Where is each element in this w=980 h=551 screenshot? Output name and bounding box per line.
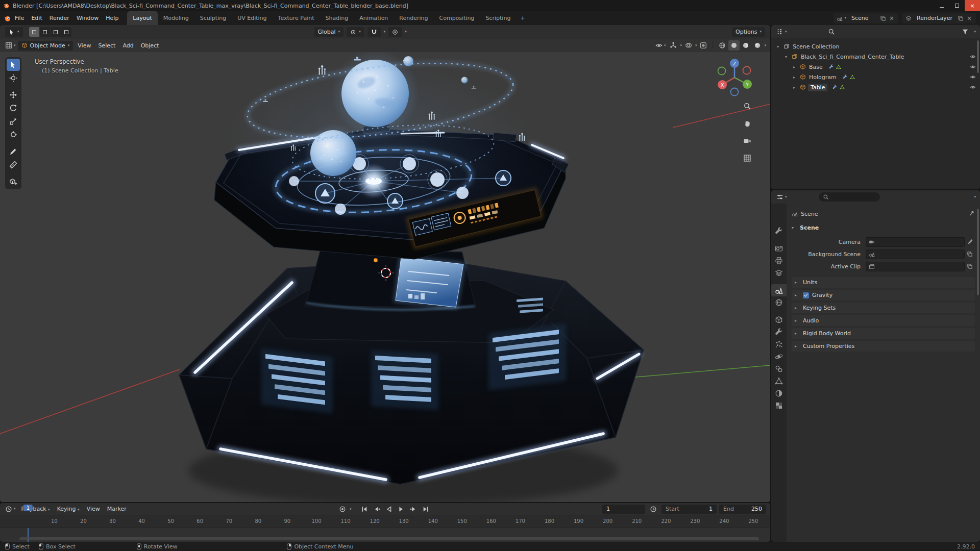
viewport-tool-button[interactable] bbox=[7, 176, 20, 188]
collapsed-panel[interactable]: ▸ Custom Properties bbox=[792, 341, 975, 352]
proportional-dropdown[interactable]: ▾ bbox=[405, 30, 407, 34]
properties-tab[interactable] bbox=[771, 375, 787, 387]
new-datablock-button[interactable] bbox=[965, 251, 975, 257]
shading-mode-button[interactable] bbox=[740, 40, 751, 51]
frame-end-field[interactable]: End250 bbox=[719, 505, 766, 514]
outliner-filter-button[interactable] bbox=[960, 27, 971, 37]
transport-button[interactable] bbox=[359, 504, 370, 514]
snap-toggle[interactable] bbox=[368, 27, 381, 37]
outliner-editor-type-button[interactable]: ▾ bbox=[775, 27, 788, 37]
axis-neg-x[interactable] bbox=[743, 67, 751, 74]
keying-dropdown[interactable]: ▾ bbox=[350, 508, 352, 511]
mode-dropdown[interactable]: Object Mode▾ bbox=[18, 41, 74, 51]
object-visibility-dropdown[interactable]: ▾ bbox=[654, 40, 667, 51]
axis-neg-z[interactable] bbox=[731, 88, 739, 96]
property-value-field[interactable] bbox=[866, 262, 965, 271]
auto-keying-toggle[interactable] bbox=[337, 504, 348, 514]
outliner-filter-dropdown[interactable]: ▾ bbox=[974, 30, 976, 34]
eyedropper-icon[interactable] bbox=[965, 239, 975, 245]
viewport-3d[interactable]: User Perspective (1) Scene Collection | … bbox=[0, 52, 770, 502]
properties-tab[interactable] bbox=[771, 338, 787, 350]
viewport-tool-button[interactable] bbox=[7, 159, 20, 171]
properties-tab[interactable] bbox=[771, 296, 787, 309]
properties-tab[interactable] bbox=[771, 255, 787, 267]
snap-dropdown[interactable]: ▾ bbox=[384, 30, 386, 34]
timeline-track[interactable] bbox=[0, 528, 770, 542]
expand-caret[interactable]: ▸ bbox=[791, 85, 798, 90]
shading-mode-button[interactable] bbox=[717, 40, 728, 51]
preview-range-toggle[interactable] bbox=[648, 504, 659, 514]
minimize-button[interactable] bbox=[934, 0, 949, 11]
timeline-menu-item[interactable]: Keying ▾ bbox=[54, 503, 83, 516]
viewport-tool-button[interactable] bbox=[7, 59, 20, 71]
outliner-item-label[interactable]: Table bbox=[808, 84, 827, 91]
gravity-checkbox[interactable] bbox=[803, 292, 809, 298]
timeline-scrollbar[interactable] bbox=[19, 537, 759, 540]
viewport-nav-button[interactable] bbox=[742, 153, 753, 163]
workspace-tab[interactable]: Texture Paint bbox=[273, 11, 320, 25]
viewport-menu-item[interactable]: Add bbox=[119, 39, 137, 53]
timeline-menu-item[interactable]: View bbox=[83, 503, 104, 516]
remove-view-layer-button[interactable]: × bbox=[966, 15, 973, 22]
outliner-row[interactable]: ▸ Base bbox=[771, 62, 980, 72]
outliner-item-label[interactable]: Hologram bbox=[808, 74, 838, 81]
scene-panel-header[interactable]: ▾Scene bbox=[792, 222, 975, 233]
current-frame-field[interactable]: 1 bbox=[602, 505, 645, 514]
workspace-tab[interactable]: Layout bbox=[127, 11, 157, 25]
shading-dropdown[interactable]: ▾ bbox=[764, 44, 766, 47]
add-workspace-button[interactable]: + bbox=[516, 15, 529, 21]
viewport-menu-item[interactable]: View bbox=[74, 39, 94, 53]
maximize-button[interactable] bbox=[949, 0, 965, 11]
collapsed-panel[interactable]: ▸ Gravity bbox=[792, 290, 975, 300]
visibility-eye-toggle[interactable] bbox=[970, 84, 976, 90]
transform-orientation-dropdown[interactable]: Global▾ bbox=[314, 27, 344, 37]
select-mode-subtract[interactable] bbox=[51, 27, 61, 37]
show-overlays-toggle[interactable] bbox=[683, 40, 694, 51]
transport-button[interactable] bbox=[408, 504, 419, 514]
outliner-item-label[interactable]: Base bbox=[808, 64, 824, 70]
viewport-menu-item[interactable]: Select bbox=[94, 39, 119, 53]
properties-tab[interactable] bbox=[771, 363, 787, 375]
properties-tab[interactable] bbox=[771, 267, 787, 279]
new-scene-icon[interactable] bbox=[880, 15, 886, 21]
property-value-field[interactable] bbox=[866, 237, 965, 247]
pin-icon[interactable] bbox=[969, 210, 975, 218]
visibility-eye-toggle[interactable] bbox=[970, 64, 976, 70]
outliner-search-button[interactable] bbox=[826, 27, 837, 37]
properties-tab[interactable] bbox=[771, 326, 787, 338]
properties-tab[interactable] bbox=[771, 350, 787, 363]
properties-tab[interactable] bbox=[771, 387, 787, 399]
viewport-tool-button[interactable] bbox=[7, 115, 20, 128]
visibility-eye-toggle[interactable] bbox=[970, 54, 976, 60]
transport-button[interactable] bbox=[383, 504, 395, 514]
active-tool-button[interactable]: ▾ bbox=[5, 27, 23, 37]
navigation-gizmo[interactable]: Z X Y bbox=[713, 56, 756, 99]
scene-selector[interactable]: ▾ Scene × bbox=[834, 13, 899, 23]
expand-caret[interactable]: ▾ bbox=[774, 44, 781, 49]
collapsed-panel[interactable]: ▸ Rigid Body World bbox=[792, 328, 975, 339]
expand-caret[interactable]: ▸ bbox=[791, 65, 798, 69]
close-button[interactable]: × bbox=[965, 0, 980, 11]
new-view-layer-icon[interactable] bbox=[958, 15, 964, 21]
new-datablock-button[interactable] bbox=[965, 263, 975, 269]
select-mode-intersect[interactable] bbox=[61, 27, 71, 37]
axis-neg-y[interactable] bbox=[718, 67, 726, 75]
menu-item[interactable]: File bbox=[11, 11, 28, 25]
visibility-eye-toggle[interactable] bbox=[970, 74, 976, 80]
shading-mode-button[interactable] bbox=[752, 40, 763, 51]
workspace-tab[interactable]: Shading bbox=[320, 11, 354, 25]
playhead-marker[interactable]: 1 bbox=[23, 505, 33, 511]
outliner-row[interactable]: ▸ Table bbox=[771, 82, 980, 92]
options-dropdown[interactable]: Options▾ bbox=[732, 27, 765, 37]
properties-options-dropdown[interactable]: ▾ bbox=[974, 195, 976, 199]
properties-editor-type-button[interactable]: ▾ bbox=[775, 192, 788, 202]
viewport-nav-button[interactable] bbox=[742, 101, 753, 111]
show-gizmo-toggle[interactable] bbox=[668, 40, 679, 51]
viewport-tool-button[interactable] bbox=[7, 129, 20, 141]
frame-start-field[interactable]: Start1 bbox=[662, 505, 717, 514]
collapsed-panel[interactable]: ▸ Units bbox=[792, 277, 975, 288]
viewport-nav-button[interactable] bbox=[742, 118, 753, 129]
viewport-tool-button[interactable] bbox=[7, 72, 20, 84]
editor-type-button[interactable]: ▾ bbox=[4, 40, 17, 51]
transport-button[interactable] bbox=[396, 504, 407, 514]
